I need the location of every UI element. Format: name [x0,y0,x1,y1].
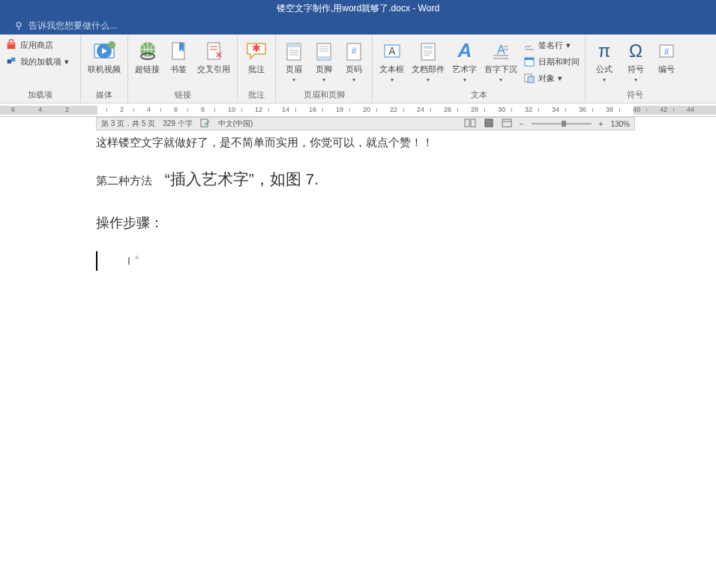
svg-text:Ω: Ω [629,40,643,61]
group-addins: 应用商店 我的加载项 ▾ 加载项 [0,34,81,103]
title-bar: 镂空文字制作,用word就够了.docx - Word [0,0,716,16]
chevron-down-icon: ▾ [427,76,430,83]
paragraph-1[interactable]: 这样镂空文字就做好了，是不简单而实用，你觉可以，就点个赞！！ [96,132,636,154]
object-button[interactable]: 对象 ▾ [521,70,582,86]
group-text: A 文本框▾ 文档部件▾ A 艺术字▾ A 首字下沉▾ 签名行 ▾ [373,34,586,103]
group-links: 超链接 书签 交叉引用 链接 [128,34,238,103]
equation-icon: π [592,39,616,63]
view-read-icon[interactable] [464,118,476,129]
sigline-icon [523,39,535,51]
store-icon [5,39,17,51]
ribbon: 应用商店 我的加载项 ▾ 加载项 联机视频 媒体 超链接 [0,34,716,104]
view-web-icon[interactable] [502,118,512,129]
svg-text:A: A [388,45,396,57]
ruler-number: 28 [471,106,478,113]
header-button[interactable]: 页眉▾ [279,36,309,86]
chevron-down-icon: ▾ [566,40,571,50]
ibeam-cursor-icon: I [127,251,130,272]
horizontal-ruler[interactable]: 6422468101214161820222426283032343638404… [0,104,716,117]
pagenum-button[interactable]: # 页码▾ [339,36,369,86]
group-symbols: π 公式▾ Ω 符号▾ # 编号 符号 [586,34,685,103]
footer-icon [313,40,334,62]
hyperlink-button[interactable]: 超链接 [131,36,163,76]
paragraph-3[interactable]: 操作步骤： [96,210,636,236]
svg-rect-34 [502,119,511,127]
wordart-icon: A [453,39,477,63]
ruler-number: 2 [120,106,124,113]
chevron-down-icon: ▾ [463,76,466,83]
datetime-icon [523,56,535,68]
my-addins-button[interactable]: 我的加载项 ▾ [3,54,71,69]
view-print-icon[interactable] [484,118,494,129]
textbox-button[interactable]: A 文本框▾ [376,36,408,86]
tell-me-bar[interactable]: 告诉我您想要做什么... [0,16,716,34]
svg-rect-8 [208,43,220,59]
svg-rect-33 [485,119,493,127]
svg-text:π: π [598,40,611,61]
crossref-button[interactable]: 交叉引用 [193,36,234,76]
svg-point-4 [108,41,115,49]
ruler-number: 4 [38,106,42,113]
video-icon [92,39,116,63]
svg-text:✱: ✱ [252,42,261,54]
svg-rect-31 [465,119,469,127]
group-media: 联机视频 媒体 [81,34,128,103]
ruler-number: 8 [201,106,205,113]
chevron-down-icon: ▾ [352,76,355,83]
ruler-number: 26 [444,106,451,113]
dropcap-icon: A [490,40,511,62]
svg-rect-23 [525,58,534,60]
number-button[interactable]: # 编号 [652,36,682,76]
footer-button[interactable]: 页脚▾ [309,36,339,86]
paragraph-2[interactable]: 第二种方法 “插入艺术字”，如图 7. [96,164,636,194]
ruler-number: 6 [11,106,15,113]
document-area[interactable]: 这样镂空文字就做好了，是不简单而实用，你觉可以，就点个赞！！ 第二种方法 “插入… [0,130,716,271]
embedded-status-bar: 第 3 页，共 5 页 329 个字 中文(中国) − + 130% [96,117,635,130]
ruler-number: 20 [363,106,370,113]
svg-rect-1 [7,43,16,50]
page-indicator[interactable]: 第 3 页，共 5 页 [101,118,155,129]
bookmark-icon [168,40,189,62]
ruler-number: 38 [606,106,613,113]
document-body[interactable]: 这样镂空文字就做好了，是不简单而实用，你觉可以，就点个赞！！ 第二种方法 “插入… [96,132,636,271]
zoom-in-button[interactable]: + [599,120,604,128]
quickparts-button[interactable]: 文档部件▾ [408,36,448,86]
sigline-button[interactable]: 签名行 ▾ [521,38,582,52]
window-title: 镂空文字制作,用word就够了.docx - Word [277,2,439,15]
object-icon [523,72,535,84]
ruler-number: 42 [660,106,667,113]
datetime-button[interactable]: 日期和时间 [521,54,582,69]
chevron-down-icon: ▾ [391,76,394,83]
online-video-button[interactable]: 联机视频 [84,36,124,76]
bookmark-button[interactable]: 书签 [163,36,193,76]
comment-button[interactable]: ✱ 批注 [241,36,272,76]
text-caret [96,251,97,271]
ruler-number: 6 [174,106,178,113]
pagenum-icon: # [343,40,364,62]
zoom-slider[interactable] [532,123,592,124]
zoom-out-button[interactable]: − [520,120,524,128]
chevron-down-icon: ▾ [603,76,606,83]
wordart-button[interactable]: A 艺术字▾ [448,36,481,86]
app-store-button[interactable]: 应用商店 [3,38,71,52]
header-icon [283,40,304,62]
svg-text:A: A [457,39,472,62]
proofing-icon[interactable] [200,118,211,129]
zoom-level[interactable]: 130% [610,120,630,128]
dropcap-button[interactable]: A 首字下沉▾ [481,36,521,86]
ruler-number: 18 [336,106,343,113]
quickparts-icon [418,40,439,62]
symbol-button[interactable]: Ω 符号▾ [620,36,652,86]
symbol-icon: Ω [624,39,648,63]
chevron-down-icon: ▾ [499,76,502,83]
equation-button[interactable]: π 公式▾ [589,36,620,86]
svg-text:#: # [664,46,670,57]
cursor-line[interactable]: I [96,251,636,272]
addins-icon [5,56,17,68]
ruler-number: 40 [633,106,640,113]
word-count[interactable]: 329 个字 [163,118,192,129]
ruler-number: 14 [282,106,289,113]
ruler-number: 44 [687,106,694,113]
language-indicator[interactable]: 中文(中国) [218,118,253,129]
svg-text:#: # [352,46,357,56]
